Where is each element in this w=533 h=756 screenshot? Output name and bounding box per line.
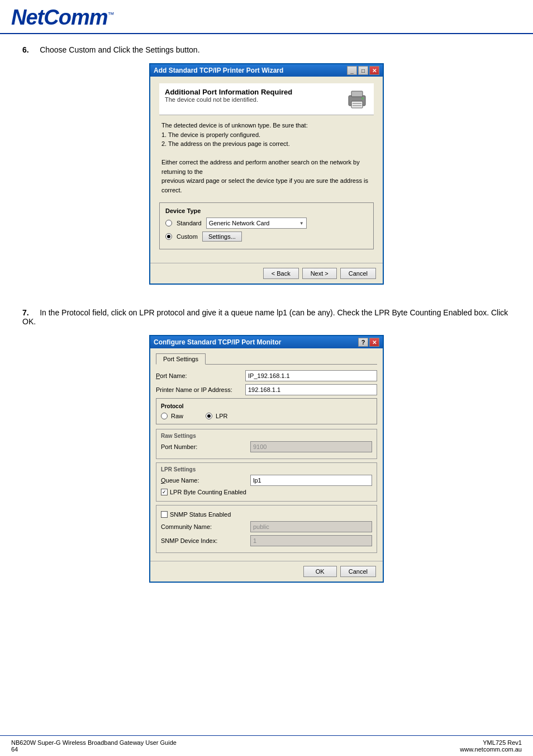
raw-label: Raw — [171, 413, 183, 419]
printer-svg — [346, 88, 368, 110]
raw-radio[interactable] — [161, 413, 168, 419]
next-button[interactable]: Next > — [302, 268, 337, 279]
step6-number: 6. — [22, 45, 29, 54]
standard-radio[interactable] — [165, 220, 172, 226]
dialog1-header-section: Additional Port Information Required The… — [159, 83, 374, 115]
lpr-byte-counting-row: LPR Byte Counting Enabled — [161, 489, 372, 495]
dialog1-header-text: Additional Port Information Required The… — [165, 88, 292, 103]
step7-description: In the Protocol field, click on LPR prot… — [22, 308, 508, 326]
custom-radio-row: Custom Settings... — [165, 231, 368, 242]
footer-right: YML725 Rev1 www.netcomm.com.au — [460, 739, 522, 753]
snmp-device-index-row: SNMP Device Index: — [161, 535, 372, 546]
snmp-device-index-input — [250, 535, 372, 546]
step7-text: 7. In the Protocol field, click on LPR p… — [22, 308, 511, 326]
printer-name-input[interactable] — [245, 384, 377, 395]
lpr-settings-title: LPR Settings — [161, 466, 372, 472]
custom-radio[interactable] — [165, 233, 172, 240]
lpr-byte-counting-checkbox[interactable] — [161, 489, 168, 495]
snmp-label: SNMP Status Enabled — [170, 511, 231, 518]
dialog2: Configure Standard TCP/IP Port Monitor ?… — [149, 335, 384, 583]
dialog1-body: Additional Port Information Required The… — [150, 77, 383, 263]
standard-select[interactable]: Generic Network Card ▼ — [206, 218, 307, 229]
standard-radio-label: Standard — [177, 220, 202, 226]
select-value: Generic Network Card — [209, 220, 270, 226]
page-footer: NB620W Super-G Wireless Broadband Gatewa… — [0, 735, 533, 756]
close-button[interactable]: ✕ — [369, 66, 379, 75]
port-name-input[interactable] — [245, 370, 377, 381]
community-name-row: Community Name: — [161, 521, 372, 532]
svg-rect-1 — [351, 91, 363, 97]
dialog1: Add Standard TCP/IP Printer Port Wizard … — [149, 63, 384, 285]
custom-radio-label: Custom — [177, 233, 198, 240]
raw-settings-section: Raw Settings Port Number: — [156, 429, 377, 459]
logo-text: NetComm — [11, 6, 107, 29]
dialog2-cancel-button[interactable]: Cancel — [340, 566, 376, 577]
dialog1-title-text: Add Standard TCP/IP Printer Port Wizard — [154, 67, 283, 74]
footer-left: NB620W Super-G Wireless Broadband Gatewa… — [11, 739, 177, 753]
community-name-input — [250, 521, 372, 532]
dialog2-title-text: Configure Standard TCP/IP Port Monitor — [154, 338, 281, 346]
maximize-button[interactable]: □ — [358, 66, 368, 75]
printer-name-label: Printer Name or IP Address: — [156, 386, 245, 393]
port-number-row: Port Number: — [161, 441, 372, 452]
snmp-device-index-label: SNMP Device Index: — [161, 537, 250, 544]
community-name-label: Community Name: — [161, 523, 250, 530]
dialog2-footer: OK Cancel — [150, 561, 383, 582]
tab-bar: Port Settings — [156, 353, 377, 365]
info-line3: 2. The address on the previous page is c… — [161, 139, 372, 149]
raw-settings-title: Raw Settings — [161, 433, 372, 439]
port-settings-tab[interactable]: Port Settings — [156, 353, 206, 365]
settings-button[interactable]: Settings... — [202, 231, 242, 242]
device-type-section: Device Type Standard Generic Network Car… — [159, 202, 374, 249]
printer-icon — [346, 88, 368, 110]
dialog2-wrapper: Configure Standard TCP/IP Port Monitor ?… — [22, 335, 511, 596]
queue-name-input[interactable] — [250, 475, 372, 486]
footer-revision: YML725 Rev1 — [483, 739, 522, 746]
printer-name-row: Printer Name or IP Address: — [156, 384, 377, 395]
dialog2-titlebar: Configure Standard TCP/IP Port Monitor ?… — [150, 336, 383, 348]
port-name-label: Port Name: — [156, 372, 245, 379]
dialog2-close-button[interactable]: ✕ — [369, 338, 379, 347]
dialog1-info: The detected device is of unknown type. … — [159, 121, 374, 195]
dialog2-titlebar-buttons[interactable]: ? ✕ — [358, 338, 379, 347]
protocol-title: Protocol — [161, 403, 372, 409]
svg-rect-2 — [351, 101, 363, 108]
ok-button[interactable]: OK — [303, 566, 337, 577]
dialog1-titlebar-buttons[interactable]: _ □ ✕ — [347, 66, 379, 75]
port-name-label-text: ort Name: — [160, 372, 187, 379]
step7-number: 7. — [22, 308, 29, 317]
dialog1-title-section: Add Standard TCP/IP Printer Port Wizard — [154, 67, 283, 74]
lpr-radio[interactable] — [206, 413, 212, 419]
svg-point-5 — [361, 97, 364, 100]
dialog2-body: Port Settings Port Name: Printer Name or… — [150, 348, 383, 561]
logo-tm: ™ — [107, 11, 113, 18]
lpr-settings-section: LPR Settings Queue Name: LPR Byte Counti… — [156, 462, 377, 502]
page-header: NetComm™ — [0, 0, 533, 34]
select-arrow-icon: ▼ — [299, 221, 304, 226]
lpr-option: LPR — [206, 413, 227, 419]
footer-guide-title: NB620W Super-G Wireless Broadband Gatewa… — [11, 739, 177, 746]
protocol-section: Protocol Raw LPR — [156, 398, 377, 424]
main-content: 6. Choose Custom and Click the Settings … — [0, 34, 533, 607]
dialog1-header-title: Additional Port Information Required — [165, 88, 292, 96]
cancel-button[interactable]: Cancel — [340, 268, 376, 279]
snmp-enabled-checkbox[interactable] — [161, 511, 168, 518]
info-line5: Either correct the address and perform a… — [161, 158, 372, 176]
info-line1: The detected device is of unknown type. … — [161, 121, 372, 130]
lpr-label: LPR — [216, 413, 227, 419]
port-number-label: Port Number: — [161, 443, 250, 450]
port-number-input — [250, 441, 372, 452]
dialog1-wrapper: Add Standard TCP/IP Printer Port Wizard … — [22, 63, 511, 298]
queue-name-label: Queue Name: — [161, 477, 250, 484]
back-button[interactable]: < Back — [263, 268, 299, 279]
footer-page-number: 64 — [11, 746, 177, 753]
step6-text: 6. Choose Custom and Click the Settings … — [22, 45, 511, 54]
help-button[interactable]: ? — [358, 338, 368, 347]
step6-description: Choose Custom and Click the Settings but… — [40, 45, 199, 54]
minimize-button[interactable]: _ — [347, 66, 357, 75]
device-type-label: Device Type — [165, 207, 368, 214]
lpr-byte-counting-label: LPR Byte Counting Enabled — [170, 489, 246, 495]
svg-rect-4 — [353, 105, 361, 106]
raw-option: Raw — [161, 413, 183, 419]
dialog2-title-section: Configure Standard TCP/IP Port Monitor — [154, 338, 281, 346]
